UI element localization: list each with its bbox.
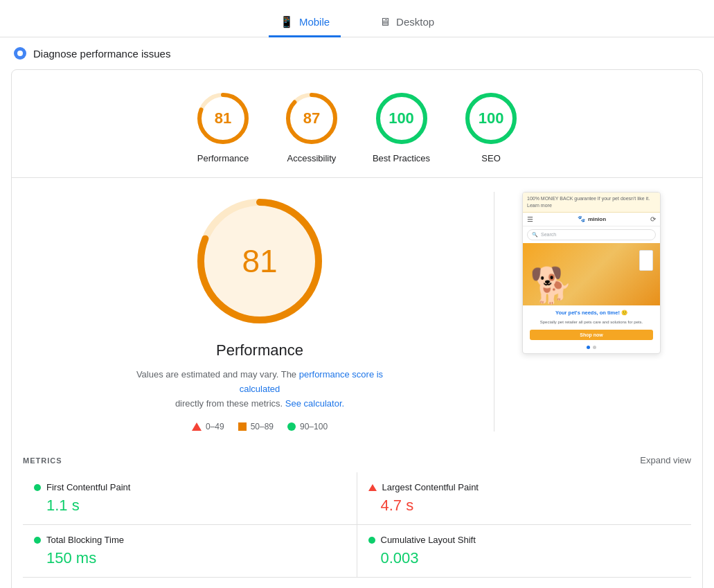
metric-cls-indicator — [368, 537, 375, 544]
metric-fcp-name: First Contentful Paint — [46, 482, 130, 492]
phone-refresh-icon: ⟳ — [650, 215, 656, 223]
legend-green-icon — [287, 422, 296, 431]
performance-label: Performance — [216, 341, 303, 359]
phone-carousel-dots — [523, 343, 660, 353]
phone-mockup: 100% MONEY BACK guarantee If your pet do… — [522, 192, 661, 354]
product-box — [639, 250, 653, 271]
dog-silhouette-icon: 🐕 — [530, 265, 573, 305]
metric-cls-name: Cumulative Layout Shift — [381, 535, 476, 545]
phone-dot-inactive — [593, 346, 596, 349]
score-value-best-practices: 100 — [389, 109, 414, 127]
score-label-best-practices: Best Practices — [373, 153, 430, 163]
score-performance: 81 Performance — [195, 91, 251, 163]
score-value-performance: 81 — [215, 109, 231, 127]
legend-orange: 50–89 — [238, 422, 274, 431]
phone-cta-button[interactable]: Shop now — [530, 330, 653, 340]
phone-banner: 100% MONEY BACK guarantee If your pet do… — [523, 193, 660, 213]
metric-fcp: First Contentful Paint 1.1 s — [23, 472, 357, 525]
score-value-seo: 100 — [479, 109, 504, 127]
tab-desktop-label: Desktop — [396, 16, 434, 28]
score-ring-accessibility: 87 — [284, 91, 339, 146]
content-section: 81 Performance Values are estimated and … — [12, 178, 702, 445]
mobile-icon: 📱 — [280, 15, 294, 28]
legend-red-label: 0–49 — [206, 422, 224, 431]
phone-menu-icon: ☰ — [527, 215, 533, 223]
left-content: 81 Performance Values are estimated and … — [53, 192, 466, 431]
phone-subtext: Specially pet retailer all pets care and… — [523, 320, 660, 327]
score-accessibility: 87 Accessibility — [284, 91, 339, 163]
metric-si: Speed Index 2.8 s — [23, 578, 357, 588]
phone-headline: Your pet's needs, on time! 🙂 — [523, 305, 660, 320]
metric-tbt: Total Blocking Time 150 ms — [23, 525, 357, 578]
legend-green-label: 90–100 — [300, 422, 328, 431]
vertical-divider — [494, 192, 494, 431]
score-label-performance: Performance — [197, 153, 249, 163]
legend-orange-label: 50–89 — [251, 422, 274, 431]
phone-search-icon: 🔍 — [532, 232, 538, 238]
metric-tbt-header: Total Blocking Time — [34, 535, 346, 545]
see-calculator-link[interactable]: See calculator. — [285, 398, 344, 409]
score-ring-seo: 100 — [463, 91, 519, 146]
scores-section: 81 Performance 87 Accessibility 10 — [12, 70, 702, 178]
metric-fcp-indicator — [34, 484, 41, 491]
metric-lcp: Largest Contentful Paint 4.7 s — [357, 472, 692, 525]
phone-logo-icon: 🐾 — [578, 215, 585, 222]
tab-mobile[interactable]: 📱 Mobile — [269, 8, 341, 37]
desktop-icon: 🖥 — [380, 16, 391, 28]
perf-desc-text1: Values are estimated and may vary. The — [136, 369, 296, 380]
metric-tbt-name: Total Blocking Time — [46, 535, 124, 545]
metric-fcp-value: 1.1 s — [34, 497, 346, 515]
diagnose-bar: Diagnose performance issues — [0, 37, 714, 69]
metric-fcp-header: First Contentful Paint — [34, 482, 346, 492]
metric-lcp-name: Largest Contentful Paint — [382, 482, 479, 492]
metrics-title: METRICS — [23, 456, 62, 465]
phone-search-placeholder: Search — [541, 232, 556, 237]
metric-cls-header: Cumulative Layout Shift — [368, 535, 681, 545]
legend-green: 90–100 — [287, 422, 328, 431]
metric-empty — [357, 578, 692, 588]
score-seo: 100 SEO — [463, 91, 519, 163]
phone-dot-active — [587, 346, 590, 349]
legend-orange-icon — [238, 422, 247, 431]
main-card: 81 Performance 87 Accessibility 10 — [11, 69, 703, 588]
score-best-practices: 100 Best Practices — [373, 91, 430, 163]
metric-tbt-indicator — [34, 537, 41, 544]
tab-desktop[interactable]: 🖥 Desktop — [368, 8, 445, 37]
score-ring-performance: 81 — [195, 91, 251, 146]
legend: 0–49 50–89 90–100 — [192, 422, 328, 431]
metrics-grid: First Contentful Paint 1.1 s Largest Con… — [23, 472, 691, 588]
legend-red-icon — [192, 422, 202, 431]
score-label-seo: SEO — [481, 153, 500, 163]
metric-cls-value: 0.003 — [368, 549, 681, 567]
phone-hero-image: 🐕 — [523, 243, 660, 305]
expand-view-button[interactable]: Expand view — [640, 455, 691, 465]
score-ring-best-practices: 100 — [374, 91, 429, 146]
legend-red: 0–49 — [192, 422, 224, 431]
metric-lcp-value: 4.7 s — [368, 497, 681, 515]
phone-brand-name: minion — [588, 216, 606, 222]
tab-mobile-label: Mobile — [299, 16, 330, 28]
metric-lcp-header: Largest Contentful Paint — [368, 482, 681, 492]
diagnose-dot-icon — [14, 47, 26, 60]
score-label-accessibility: Accessibility — [287, 153, 337, 163]
right-content: 100% MONEY BACK guarantee If your pet do… — [522, 192, 661, 354]
big-gauge-number: 81 — [242, 242, 277, 280]
phone-search-bar: 🔍 Search — [527, 229, 656, 240]
metrics-section: METRICS Expand view First Contentful Pai… — [12, 445, 702, 588]
phone-brand: 🐾 minion — [578, 215, 606, 222]
performance-description: Values are estimated and may vary. The p… — [135, 368, 384, 411]
metrics-header: METRICS Expand view — [23, 445, 691, 472]
metric-cls: Cumulative Layout Shift 0.003 — [357, 525, 692, 578]
perf-desc-text2: directly from these metrics. — [175, 398, 283, 409]
big-gauge: 81 — [190, 192, 329, 330]
metric-tbt-value: 150 ms — [34, 549, 346, 567]
phone-nav: ☰ 🐾 minion ⟳ — [523, 213, 660, 226]
metric-lcp-indicator — [368, 484, 377, 491]
score-value-accessibility: 87 — [303, 109, 320, 127]
diagnose-text: Diagnose performance issues — [33, 48, 170, 60]
top-navigation: 📱 Mobile 🖥 Desktop — [0, 0, 714, 37]
